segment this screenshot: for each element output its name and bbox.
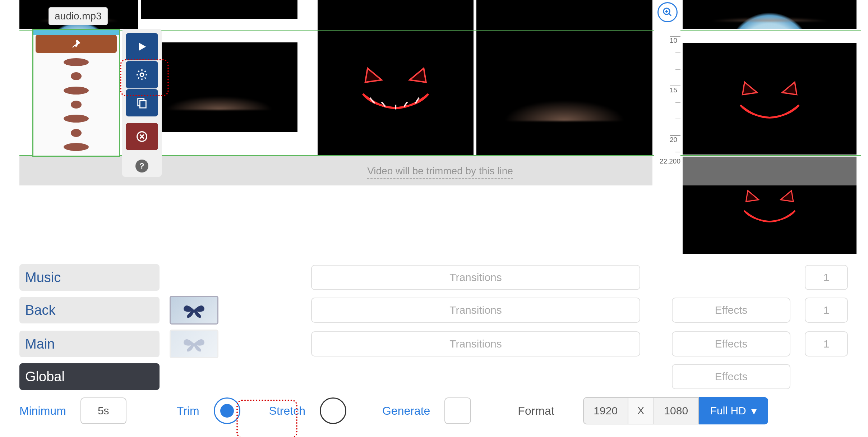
svg-point-0 [140, 73, 144, 77]
trim-region [19, 156, 652, 185]
music-transitions-button[interactable]: Transitions [311, 265, 640, 290]
format-preset-dropdown[interactable]: Full HD ▾ [699, 397, 768, 424]
ruler-tick: 15 [670, 86, 680, 94]
ruler-end: 22.200 [660, 157, 680, 165]
main-transitions-button[interactable]: Transitions [311, 331, 640, 356]
audio-waveform [36, 55, 117, 154]
format-height-input[interactable] [654, 397, 699, 424]
audio-clip[interactable] [32, 29, 120, 157]
main-effects-button[interactable]: Effects [672, 331, 790, 356]
trim-label: Trim [177, 404, 199, 418]
timeline-area: audio.mp3 ? [0, 0, 868, 183]
trim-region [683, 156, 857, 185]
layer-back-label[interactable]: Back [19, 297, 160, 323]
stretch-label: Stretch [269, 404, 305, 418]
clip-devil[interactable] [318, 0, 474, 19]
clip-devil[interactable] [318, 19, 474, 155]
global-effects-button[interactable]: Effects [672, 364, 790, 389]
clip-earth[interactable] [683, 0, 857, 29]
back-thumbnail[interactable] [170, 296, 218, 325]
layer-global-label[interactable]: Global [19, 363, 160, 390]
pin-button[interactable] [36, 35, 117, 53]
minimum-input[interactable] [80, 397, 126, 424]
layers-panel: Music Transitions 1 Back Transitions Eff… [19, 264, 860, 395]
back-count[interactable]: 1 [805, 298, 848, 323]
svg-rect-2 [140, 101, 146, 108]
clip-tool-panel: ? [122, 29, 162, 177]
main-thumbnail[interactable] [170, 330, 218, 358]
gear-icon [135, 68, 148, 81]
clip-devil[interactable] [683, 43, 857, 155]
clip-blank[interactable] [141, 0, 297, 19]
delete-button[interactable] [126, 123, 158, 150]
bottom-toolbar: Minimum Trim Stretch Generate Format X F… [19, 395, 851, 426]
zoom-in-button[interactable] [657, 2, 678, 22]
clip-earth[interactable] [141, 42, 297, 132]
caret-down-icon: ▾ [751, 405, 757, 417]
layer-row-main: Main Transitions Effects 1 [19, 330, 860, 358]
layer-music-label[interactable]: Music [19, 264, 160, 291]
format-label: Format [518, 404, 554, 418]
trim-radio[interactable] [214, 397, 240, 424]
zoom-in-icon [662, 7, 673, 18]
back-effects-button[interactable]: Effects [672, 298, 790, 323]
layer-row-music: Music Transitions 1 [19, 264, 860, 291]
audio-filename-label: audio.mp3 [49, 7, 108, 25]
music-count[interactable]: 1 [805, 265, 848, 290]
format-width-input[interactable] [583, 397, 628, 424]
layer-row-back: Back Transitions Effects 1 [19, 296, 860, 325]
play-button[interactable] [126, 33, 158, 60]
devil-face-icon [717, 65, 822, 132]
settings-button[interactable] [126, 61, 158, 88]
generate-label: Generate [382, 404, 430, 418]
pin-icon [71, 38, 82, 49]
stretch-radio[interactable] [320, 397, 346, 424]
minimum-label: Minimum [19, 404, 66, 418]
butterfly-icon [181, 301, 207, 319]
generate-checkbox[interactable] [444, 397, 471, 424]
play-icon [136, 41, 148, 53]
devil-face-icon [349, 46, 442, 128]
ruler-tick: 10 [670, 36, 680, 45]
layer-row-global: Global Effects [19, 363, 860, 390]
back-transitions-button[interactable]: Transitions [311, 298, 640, 323]
help-button[interactable]: ? [135, 160, 148, 172]
timeline-ruler: 10 15 20 22.200 [654, 29, 680, 165]
duplicate-button[interactable] [126, 89, 158, 116]
close-icon [136, 131, 148, 142]
format-x-label: X [628, 397, 654, 424]
layer-main-label[interactable]: Main [19, 331, 160, 357]
audio-clip-header [33, 30, 119, 35]
copy-icon [136, 97, 148, 109]
format-group: X Full HD ▾ [583, 397, 768, 424]
clip-blank[interactable] [476, 0, 652, 19]
butterfly-icon [181, 335, 207, 353]
main-count[interactable]: 1 [805, 331, 848, 356]
clip-earth[interactable] [476, 19, 652, 155]
ruler-tick: 20 [670, 135, 680, 144]
